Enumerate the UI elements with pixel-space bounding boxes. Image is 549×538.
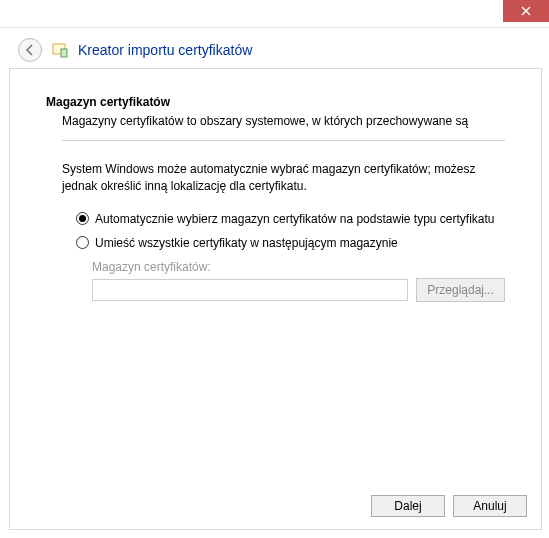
window-titlebar bbox=[0, 0, 549, 28]
store-radio-group: Automatycznie wybierz magazyn certyfikat… bbox=[46, 212, 505, 250]
section-instruction: System Windows może automatycznie wybrać… bbox=[46, 161, 505, 196]
radio-manual-label: Umieść wszystkie certyfikaty w następują… bbox=[95, 236, 398, 250]
next-button[interactable]: Dalej bbox=[371, 495, 445, 517]
wizard-footer: Dalej Anuluj bbox=[371, 495, 527, 517]
certificate-wizard-icon bbox=[52, 42, 68, 58]
arrow-left-icon bbox=[23, 43, 37, 57]
svg-rect-3 bbox=[61, 49, 67, 57]
browse-button: Przeglądaj... bbox=[416, 278, 505, 302]
wizard-title: Kreator importu certyfikatów bbox=[78, 42, 252, 58]
section-description: Magazyny certyfikatów to obszary systemo… bbox=[46, 113, 505, 130]
store-path-input bbox=[92, 279, 408, 301]
cancel-button[interactable]: Anuluj bbox=[453, 495, 527, 517]
close-icon bbox=[521, 6, 531, 16]
radio-icon bbox=[76, 212, 89, 225]
radio-manual-select[interactable]: Umieść wszystkie certyfikaty w następują… bbox=[76, 236, 505, 250]
store-field-label: Magazyn certyfikatów: bbox=[92, 260, 505, 274]
radio-auto-select[interactable]: Automatycznie wybierz magazyn certyfikat… bbox=[76, 212, 505, 226]
section-heading: Magazyn certyfikatów bbox=[46, 95, 505, 109]
back-button[interactable] bbox=[18, 38, 42, 62]
divider bbox=[62, 140, 505, 141]
close-button[interactable] bbox=[503, 0, 549, 22]
content-frame: Magazyn certyfikatów Magazyny certyfikat… bbox=[9, 68, 542, 530]
store-subsection: Magazyn certyfikatów: Przeglądaj... bbox=[46, 260, 505, 302]
radio-icon bbox=[76, 236, 89, 249]
radio-auto-label: Automatycznie wybierz magazyn certyfikat… bbox=[95, 212, 495, 226]
